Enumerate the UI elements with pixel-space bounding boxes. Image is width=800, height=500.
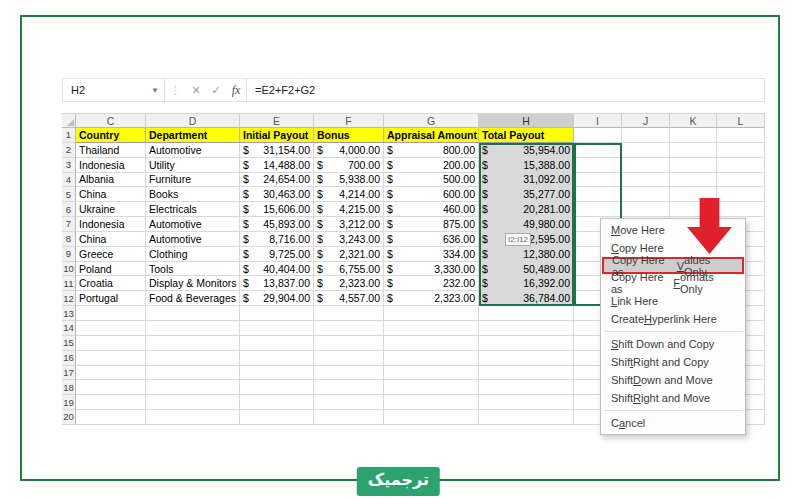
cell-C13[interactable] (76, 306, 146, 321)
cell-H18[interactable] (479, 380, 574, 395)
cell-C10[interactable]: Poland (76, 262, 146, 277)
cell-D16[interactable] (146, 351, 240, 366)
menu-item-create-hyperlink-here[interactable]: Create Hyperlink Here (601, 310, 745, 328)
cell-G9[interactable]: $334.00 (384, 247, 479, 262)
cell-H19[interactable] (479, 395, 574, 410)
cell-C16[interactable] (76, 351, 146, 366)
column-header-I[interactable]: I (574, 113, 622, 128)
cell-D4[interactable]: Furniture (146, 173, 240, 188)
cell-H9[interactable]: $12,380.00 (479, 247, 574, 262)
cell-C11[interactable]: Croatia (76, 276, 146, 291)
row-number-10[interactable]: 10 (62, 262, 76, 277)
cell-H7[interactable]: $49,980.00 (479, 217, 574, 232)
cell-D9[interactable]: Clothing (146, 247, 240, 262)
cell-H12[interactable]: $36,784.00 (479, 291, 574, 306)
cell-K4[interactable] (670, 173, 717, 188)
row-number-1[interactable]: 1 (62, 128, 76, 143)
cell-H8[interactable]: $12,595.00 (479, 232, 574, 247)
cell-G5[interactable]: $600.00 (384, 187, 479, 202)
row-number-9[interactable]: 9 (62, 247, 76, 262)
cell-C15[interactable] (76, 336, 146, 351)
cell-F14[interactable] (314, 321, 384, 336)
cell-H14[interactable] (479, 321, 574, 336)
cell-F17[interactable] (314, 366, 384, 381)
cell-G2[interactable]: $800.00 (384, 143, 479, 158)
cell-F12[interactable]: $4,557.00 (314, 291, 384, 306)
cell-H15[interactable] (479, 336, 574, 351)
cell-G4[interactable]: $500.00 (384, 173, 479, 188)
menu-item-shift-right-and-move[interactable]: Shift Right and Move (601, 389, 745, 407)
cell-F13[interactable] (314, 306, 384, 321)
cell-C12[interactable]: Portugal (76, 291, 146, 306)
cell-D3[interactable]: Utility (146, 158, 240, 173)
cell-C20[interactable] (76, 410, 146, 425)
insert-function-icon[interactable]: fx (226, 79, 246, 101)
cell-F6[interactable]: $4,215.00 (314, 202, 384, 217)
row-number-7[interactable]: 7 (62, 217, 76, 232)
cell-E10[interactable]: $40,404.00 (240, 262, 314, 277)
cell-E4[interactable]: $24,654.00 (240, 173, 314, 188)
cell-F4[interactable]: $5,938.00 (314, 173, 384, 188)
cell-F2[interactable]: $4,000.00 (314, 143, 384, 158)
chevron-down-icon[interactable]: ▼ (151, 86, 159, 95)
row-number-5[interactable]: 5 (62, 187, 76, 202)
column-header-G[interactable]: G (384, 113, 479, 128)
menu-item-cancel[interactable]: Cancel (601, 414, 745, 432)
cell-D6[interactable]: Electricals (146, 202, 240, 217)
cell-F15[interactable] (314, 336, 384, 351)
row-number-13[interactable]: 13 (62, 306, 76, 321)
name-box[interactable]: H2 ▼ (63, 79, 165, 101)
cell-D19[interactable] (146, 395, 240, 410)
cell-D20[interactable] (146, 410, 240, 425)
cell-G11[interactable]: $232.00 (384, 276, 479, 291)
cell-I1[interactable] (574, 128, 622, 143)
row-number-14[interactable]: 14 (62, 321, 76, 336)
cell-L1[interactable] (717, 128, 765, 143)
column-header-F[interactable]: F (314, 113, 384, 128)
cell-E15[interactable] (240, 336, 314, 351)
cell-G3[interactable]: $200.00 (384, 158, 479, 173)
cell-F11[interactable]: $2,323.00 (314, 276, 384, 291)
cell-K5[interactable] (670, 187, 717, 202)
cell-C7[interactable]: Indonesia (76, 217, 146, 232)
cell-G19[interactable] (384, 395, 479, 410)
cell-L4[interactable] (717, 173, 765, 188)
cell-H13[interactable] (479, 306, 574, 321)
cell-J4[interactable] (622, 173, 670, 188)
cell-D10[interactable]: Tools (146, 262, 240, 277)
column-header-K[interactable]: K (670, 113, 717, 128)
row-number-3[interactable]: 3 (62, 158, 76, 173)
menu-item-move-here[interactable]: Move Here (601, 221, 745, 239)
cell-H3[interactable]: $15,388.00 (479, 158, 574, 173)
column-header-H[interactable]: H (479, 113, 574, 128)
cell-H5[interactable]: $35,277.00 (479, 187, 574, 202)
cell-E14[interactable] (240, 321, 314, 336)
cell-F20[interactable] (314, 410, 384, 425)
row-number-11[interactable]: 11 (62, 276, 76, 291)
cell-H10[interactable]: $50,489.00 (479, 262, 574, 277)
cell-H11[interactable]: $16,392.00 (479, 276, 574, 291)
cell-F3[interactable]: $700.00 (314, 158, 384, 173)
cell-F8[interactable]: $3,243.00 (314, 232, 384, 247)
cell-E13[interactable] (240, 306, 314, 321)
cell-J2[interactable] (622, 143, 670, 158)
cell-G13[interactable] (384, 306, 479, 321)
cell-F18[interactable] (314, 380, 384, 395)
cell-F16[interactable] (314, 351, 384, 366)
cell-K1[interactable] (670, 128, 717, 143)
cell-F7[interactable]: $3,212.00 (314, 217, 384, 232)
enter-entry-icon[interactable]: ✓ (206, 79, 226, 101)
cell-C14[interactable] (76, 321, 146, 336)
row-number-6[interactable]: 6 (62, 202, 76, 217)
cell-E6[interactable]: $15,606.00 (240, 202, 314, 217)
menu-item-copy-here-as-formats-only[interactable]: Copy Here as Formats Only (601, 274, 745, 292)
row-number-18[interactable]: 18 (62, 380, 76, 395)
cell-L2[interactable] (717, 143, 765, 158)
cell-E7[interactable]: $45,893.00 (240, 217, 314, 232)
cell-E17[interactable] (240, 366, 314, 381)
cell-D12[interactable]: Food & Beverages (146, 291, 240, 306)
formula-input[interactable]: =E2+F2+G2 (246, 79, 764, 101)
cell-C18[interactable] (76, 380, 146, 395)
cell-E5[interactable]: $30,463.00 (240, 187, 314, 202)
cell-G17[interactable] (384, 366, 479, 381)
